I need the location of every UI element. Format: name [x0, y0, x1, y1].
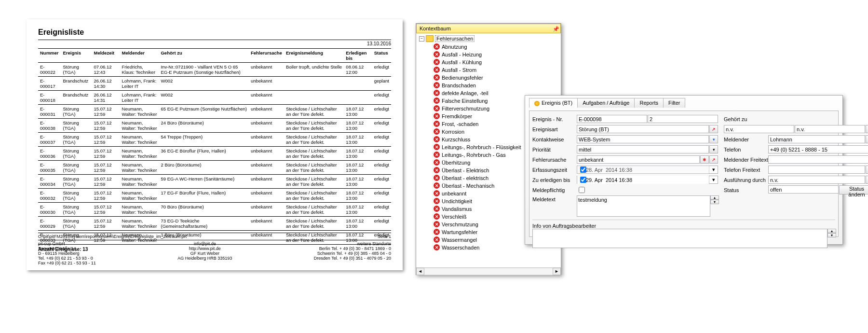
- calendar-icon[interactable]: ▾: [709, 166, 718, 173]
- tree-item[interactable]: ✕Brandschaden: [434, 82, 558, 88]
- lookup-icon[interactable]: ↗: [709, 155, 718, 164]
- scroll-down-icon[interactable]: ▼: [710, 200, 719, 204]
- input-art[interactable]: [577, 125, 709, 133]
- tree-item-label: Brandschaden: [442, 83, 476, 88]
- report-document: Ereignisliste 13.10.2016 NummerEreignisM…: [27, 19, 403, 270]
- scroll-down-icon[interactable]: ▼: [827, 233, 836, 237]
- tree-item-label: Verschmutzung: [442, 222, 478, 227]
- tree-item-label: Korrosion: [442, 129, 464, 135]
- error-icon: ✕: [434, 121, 440, 127]
- col-header: Meldender: [120, 49, 159, 63]
- collapse-icon[interactable]: −: [419, 36, 424, 42]
- scroll-up-icon[interactable]: ▲: [710, 195, 719, 200]
- tree-item-label: Leitungs-, Rohrbruch - Flüssigkeit: [442, 144, 521, 150]
- tree-item[interactable]: ✕Abnutzung: [434, 43, 558, 50]
- tree-item-label: unbekannt: [442, 191, 466, 196]
- lookup-icon[interactable]: ↗: [866, 125, 868, 133]
- calendar-icon[interactable]: ▾: [709, 176, 718, 183]
- required-icon[interactable]: ✱: [700, 155, 709, 164]
- col-header: Ereignismeldung: [284, 49, 344, 63]
- input-ausf[interactable]: [768, 176, 865, 184]
- table-row: E-000029Störung (TGA)15.07.12 12:59Neuma…: [38, 217, 391, 231]
- label-erfasst: Erfassungszeit: [532, 167, 577, 173]
- tree-item-label: Ausfall - Kühlung: [442, 59, 482, 65]
- lookup-icon[interactable]: ↗: [709, 125, 718, 133]
- tree-title: Kontextbaum: [420, 26, 451, 31]
- horizontal-scrollbar[interactable]: ◄ ►: [416, 267, 561, 275]
- input-gehoert-2[interactable]: [795, 125, 865, 133]
- scroll-track[interactable]: [424, 268, 553, 275]
- tree-item-label: Ausfall - Strom: [442, 67, 476, 73]
- phone-icon[interactable]: ✆: [866, 166, 868, 174]
- date-enable-chk[interactable]: [580, 166, 586, 173]
- tree-item-label: Wasserschaden: [442, 245, 479, 250]
- input-nr-seq[interactable]: [648, 115, 718, 123]
- tree-item-label: Überlast - elektrisch: [442, 175, 488, 181]
- footer-col-2: info@pit.dehttp://www.pit.deGF Kurt Webe…: [177, 241, 232, 265]
- col-header: Erledigen bis: [344, 49, 372, 63]
- scroll-right-icon[interactable]: ►: [553, 268, 561, 275]
- tree-item[interactable]: ✕Bedienungsfehler: [434, 74, 558, 81]
- label-art: Ereignisart: [532, 126, 577, 132]
- lookup-icon[interactable]: ↗: [866, 135, 868, 143]
- tab[interactable]: Aufgaben / Aufträge: [577, 98, 635, 108]
- error-icon: ✕: [434, 190, 440, 196]
- tab[interactable]: Reports: [634, 98, 664, 108]
- scroll-up-icon[interactable]: ▲: [827, 229, 836, 233]
- report-date: 13.10.2016: [38, 41, 391, 46]
- input-gehoert-1[interactable]: [724, 125, 794, 133]
- tree-item-label: Undichtigkeit: [442, 198, 472, 204]
- chk-meldepflicht[interactable]: [579, 187, 585, 193]
- label-gehoert: Gehört zu: [724, 116, 768, 122]
- input-telfrei[interactable]: [768, 166, 865, 174]
- input-telefon[interactable]: [768, 145, 868, 153]
- error-icon: ✕: [434, 182, 440, 189]
- col-header: Status: [372, 49, 391, 63]
- col-header: Gehört zu: [159, 49, 248, 63]
- report-page: Seite 1: [378, 234, 391, 239]
- tree-item-label: Überhitzung: [442, 160, 470, 166]
- textarea-meldetext[interactable]: testmeldung: [577, 195, 710, 217]
- input-kontakt[interactable]: [577, 135, 709, 143]
- report-title: Ereignisliste: [38, 28, 391, 37]
- input-erledigen[interactable]: [577, 176, 709, 184]
- input-meldender[interactable]: [768, 135, 865, 143]
- error-icon: ✕: [434, 175, 440, 181]
- tree-item-label: Überlast - Mechanisch: [442, 183, 494, 189]
- error-icon: ✕: [434, 144, 440, 150]
- error-icon: ✕: [434, 113, 440, 119]
- input-ursache[interactable]: [577, 155, 700, 164]
- status-change-button[interactable]: Status ändern: [839, 185, 868, 194]
- dropdown-icon[interactable]: ▾: [709, 135, 718, 143]
- label-telefon: Telefon: [724, 147, 768, 153]
- input-status[interactable]: [768, 185, 839, 194]
- table-row: E-000022Störung (TGA)07.06.12 12:43Fried…: [38, 63, 391, 77]
- date-enable-chk[interactable]: [580, 176, 586, 183]
- tab[interactable]: Ereignis (BT): [529, 98, 578, 108]
- input-prio[interactable]: [577, 145, 709, 153]
- input-nr[interactable]: [577, 115, 647, 123]
- table-row: E-000037Störung (TGA)15.07.12 12:59Neuma…: [38, 133, 391, 147]
- textarea-info[interactable]: [532, 229, 827, 248]
- footer-col-3: weitere StandorteBerlin Tel. + 49 (0) 30…: [314, 241, 391, 265]
- input-erfasst: [577, 166, 709, 174]
- input-meldfrei[interactable]: [768, 155, 868, 164]
- report-table: NummerEreignisMeldezeitMeldenderGehört z…: [38, 48, 391, 245]
- table-row: E-000030Störung (TGA)15.07.12 12:59Neuma…: [38, 203, 391, 217]
- tree-item[interactable]: ✕Ausfall - Kühlung: [434, 59, 558, 65]
- error-icon: ✕: [434, 244, 440, 250]
- label-meldfrei: Meldender Freitext: [724, 157, 768, 163]
- error-icon: ✕: [434, 236, 440, 243]
- tree-root-label[interactable]: Fehlerursachen: [435, 35, 475, 42]
- tree-item-label: Bedienungsfehler: [442, 75, 483, 81]
- label-meldender: Meldender: [724, 137, 768, 142]
- label-nr: Ereignis - Nr.: [532, 116, 577, 122]
- dropdown-icon[interactable]: ▾: [709, 145, 718, 153]
- scroll-left-icon[interactable]: ◄: [416, 268, 424, 275]
- pin-icon[interactable]: 📌: [553, 26, 557, 31]
- tree-item[interactable]: ✕Ausfall - Heizung: [434, 51, 558, 57]
- tree-item[interactable]: ✕Ausfall - Strom: [434, 67, 558, 73]
- label-prio: Priorität: [532, 147, 577, 153]
- lookup-icon[interactable]: ↗: [866, 176, 868, 184]
- tab[interactable]: Filter: [663, 98, 685, 108]
